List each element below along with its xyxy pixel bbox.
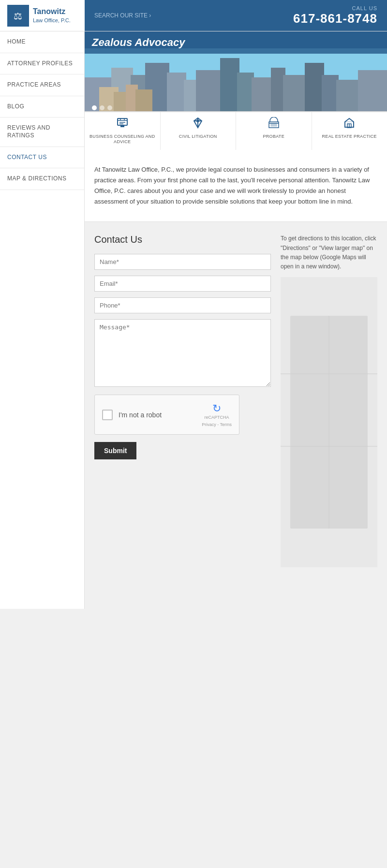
header-center: SEARCH OUR SITE › (85, 0, 283, 31)
practice-icon-business[interactable]: BUSINESS COUNSELING AND ADVICE (85, 112, 161, 150)
description-section: At Tanowitz Law Office, P.C., we provide… (85, 150, 387, 222)
sidebar-item-home[interactable]: HOME (0, 31, 84, 53)
header: ⚖ Tanowitz Law Office, P.C. SEARCH OUR S… (0, 0, 387, 31)
name-field-group (94, 254, 271, 270)
recaptcha-widget[interactable]: I'm not a robot ↻ reCAPTCHA Privacy - Te… (94, 395, 239, 435)
recaptcha-label: I'm not a robot (119, 411, 196, 419)
call-us-label: CALL US (352, 5, 377, 11)
recaptcha-brand-label: reCAPTCHA (205, 415, 229, 420)
contact-form-area: Contact Us I'm not a robot (94, 234, 271, 597)
sidebar-item-attorney-profiles[interactable]: ATTORNEY PROFILES (0, 53, 84, 75)
phone-input[interactable] (94, 297, 271, 313)
svg-point-27 (197, 120, 199, 122)
header-phone: CALL US 617-861-8748 (283, 0, 387, 31)
phone-number[interactable]: 617-861-8748 (293, 11, 377, 26)
business-label: BUSINESS COUNSELING AND ADVICE (87, 134, 158, 145)
email-field-group (94, 276, 271, 292)
sidebar-item-map-directions[interactable]: MAP & DIRECTIONS (0, 168, 84, 190)
phone-field-group (94, 297, 271, 313)
svg-rect-26 (120, 125, 124, 127)
recaptcha-links[interactable]: Privacy - Terms (202, 422, 232, 427)
description-text: At Tanowitz Law Office, P.C., we provide… (94, 164, 377, 207)
svg-rect-25 (118, 118, 127, 125)
practice-icon-real-estate[interactable]: REAL ESTATE PRACTICE (312, 112, 387, 150)
hero-title: Zealous Advocacy (85, 31, 387, 54)
map-directions-text: To get directions to this location, clic… (281, 234, 377, 271)
hero-dots (92, 105, 112, 110)
real-estate-label: REAL ESTATE PRACTICE (322, 134, 377, 140)
svg-rect-29 (271, 124, 277, 126)
logo-icon: ⚖ (7, 5, 29, 27)
main-layout: HOME ATTORNEY PROFILES PRACTICE AREAS BL… (0, 31, 387, 609)
name-input[interactable] (94, 254, 271, 270)
civil-label: CIVIL LITIGATION (179, 134, 217, 140)
recaptcha-checkbox[interactable] (102, 410, 113, 420)
practice-icons-bar: BUSINESS COUNSELING AND ADVICE CIVIL LIT… (85, 111, 387, 150)
logo-area[interactable]: ⚖ Tanowitz Law Office, P.C. (0, 0, 85, 31)
contact-title: Contact Us (94, 234, 271, 245)
map-placeholder[interactable] (281, 277, 377, 567)
hero-dot-3[interactable] (107, 105, 112, 110)
sidebar: HOME ATTORNEY PROFILES PRACTICE AREAS BL… (0, 31, 85, 609)
real-estate-icon (343, 117, 355, 132)
email-input[interactable] (94, 276, 271, 292)
business-icon (117, 117, 128, 132)
sidebar-item-blog[interactable]: BLOG (0, 96, 84, 118)
hero-section: Zealous Advocacy (85, 31, 387, 150)
contact-section: Contact Us I'm not a robot (85, 222, 387, 609)
search-link[interactable]: SEARCH OUR SITE › (94, 12, 151, 19)
practice-icon-probate[interactable]: PROBATE (236, 112, 312, 150)
recaptcha-logo-icon: ↻ (212, 402, 221, 415)
message-field-group (94, 319, 271, 389)
main-content: Zealous Advocacy (85, 31, 387, 609)
logo-text: Tanowitz Law Office, P.C. (33, 7, 71, 24)
probate-label: PROBATE (263, 134, 284, 140)
recaptcha-logo-area: ↻ reCAPTCHA Privacy - Terms (202, 402, 232, 427)
hero-dot-1[interactable] (92, 105, 97, 110)
hero-dot-2[interactable] (100, 105, 104, 110)
sidebar-item-reviews[interactable]: REVIEWS AND RATINGS (0, 118, 84, 147)
svg-text:⚖: ⚖ (14, 11, 22, 21)
map-area: To get directions to this location, clic… (281, 234, 377, 597)
sidebar-item-practice-areas[interactable]: PRACTICE AREAS (0, 74, 84, 96)
submit-button[interactable]: Submit (94, 442, 136, 459)
message-textarea[interactable] (94, 319, 271, 387)
sidebar-item-contact-us[interactable]: CONTACT US (0, 147, 84, 169)
practice-icon-civil[interactable]: CIVIL LITIGATION (161, 112, 237, 150)
probate-icon (268, 117, 280, 132)
civil-icon (192, 117, 204, 132)
